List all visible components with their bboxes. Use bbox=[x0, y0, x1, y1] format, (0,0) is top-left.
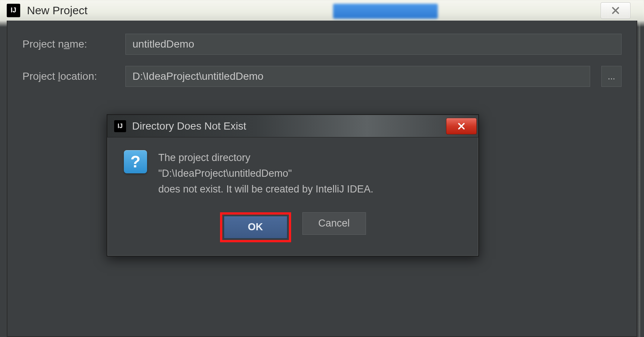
dialog-title-left: IJ Directory Does Not Exist bbox=[114, 120, 246, 132]
outer-title-bar: IJ New Project bbox=[7, 0, 88, 21]
dialog-title-bar[interactable]: IJ Directory Does Not Exist bbox=[107, 115, 478, 137]
dialog-body: ? The project directory "D:\IdeaProject\… bbox=[107, 137, 478, 209]
project-location-row: Project location: ... bbox=[22, 66, 622, 87]
dialog-button-row: OK Cancel bbox=[107, 209, 478, 256]
intellij-icon: IJ bbox=[114, 120, 126, 132]
label-mnemonic: a bbox=[64, 38, 70, 50]
directory-does-not-exist-dialog: IJ Directory Does Not Exist ? The projec… bbox=[107, 114, 479, 256]
ok-button-highlight: OK bbox=[220, 212, 291, 242]
project-name-input[interactable] bbox=[125, 34, 622, 55]
intellij-icon: IJ bbox=[7, 4, 20, 17]
project-name-label: Project name: bbox=[22, 38, 114, 50]
project-location-label: Project location: bbox=[22, 70, 114, 82]
background-blur bbox=[0, 0, 644, 21]
label-text: ocation: bbox=[60, 70, 97, 82]
ok-button[interactable]: OK bbox=[224, 216, 287, 239]
message-line: The project directory bbox=[158, 152, 250, 163]
project-name-row: Project name: bbox=[22, 34, 622, 55]
window-edge bbox=[637, 21, 640, 337]
project-location-input[interactable] bbox=[125, 66, 590, 87]
close-icon bbox=[457, 122, 466, 131]
outer-window-close-button[interactable] bbox=[601, 2, 631, 19]
message-line: does not exist. It will be created by In… bbox=[158, 183, 373, 195]
dialog-title: Directory Does Not Exist bbox=[132, 120, 246, 132]
question-icon: ? bbox=[124, 150, 147, 173]
label-text: Project n bbox=[22, 38, 64, 50]
label-text: Project bbox=[22, 70, 58, 82]
dialog-message: The project directory "D:\IdeaProject\un… bbox=[158, 150, 373, 197]
background-blurred-button bbox=[333, 4, 438, 19]
message-line: "D:\IdeaProject\untitledDemo" bbox=[158, 168, 292, 179]
close-icon bbox=[611, 6, 620, 15]
label-text: me: bbox=[70, 38, 87, 50]
cancel-button[interactable]: Cancel bbox=[302, 212, 366, 235]
browse-location-button[interactable]: ... bbox=[601, 66, 622, 87]
outer-window-title: New Project bbox=[27, 4, 88, 17]
dialog-close-button[interactable] bbox=[446, 118, 477, 134]
